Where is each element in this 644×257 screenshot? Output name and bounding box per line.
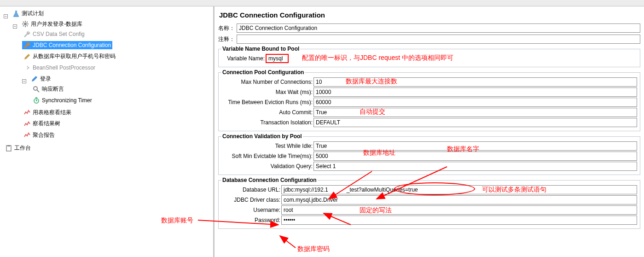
chart-icon [23,131,31,139]
tree-toggle[interactable]: − [22,79,26,83]
user-label: Username: [221,207,281,213]
softmin-label: Soft Min Evictable Idle Time(ms): [221,153,313,159]
tree-item-csv[interactable]: CSV Data Set Config [22,30,86,38]
tree-label: CSV Data Set Config [33,31,85,37]
pwd-label: Password: [221,217,281,223]
tree-label: 从数据库中获取用户手机号和密码 [33,53,116,60]
comment-input[interactable] [237,35,640,44]
comment-label: 注释： [218,35,237,43]
evict-label: Time Between Eviction Runs (ms): [221,99,313,105]
annotation-var: 配置的唯一标识，与JDBC request 中的选项相同即可 [302,54,453,62]
var-name-label: Variable Name: [221,55,266,62]
tree-toggle[interactable]: − [13,24,17,29]
validquery-label: Validation Query: [221,163,313,169]
tree-label: 察看结果树 [33,120,60,128]
tree-label: Synchronizing Timer [42,97,92,104]
tree-item-dbquery[interactable]: 从数据库中获取用户手机号和密码 [22,52,117,61]
config-panel: JDBC Connection Configuration 名称： 注释： Va… [215,6,644,257]
evict-input[interactable] [313,98,637,107]
tree-item-assert[interactable]: 响应断言 [31,85,65,93]
tree-item-jdbc[interactable]: JDBC Connection Configuration [22,41,112,49]
tree-label: BeanShell PostProcessor [33,64,95,71]
tree-label: 响应断言 [42,85,64,93]
wrench-icon [23,41,31,49]
tree-label: 登录 [40,75,51,83]
chart-icon [23,120,31,128]
tree-item-tree-result[interactable]: 察看结果树 [22,119,62,128]
panel-title: JDBC Connection Configuration [219,11,640,19]
tree-panel: − 测试计划 − 用户并发登录-数据库 [0,6,215,257]
autocommit-input[interactable] [313,108,637,117]
tree-item-sync[interactable]: Synchronizing Timer [31,96,93,105]
tree-item-table-result[interactable]: 用表格察看结果 [22,108,73,117]
valid-legend: Connection Validation by Pool [221,133,303,140]
tree-label: 用户并发登录-数据库 [31,20,82,28]
arrow-icon [23,64,31,71]
tree-workbench[interactable]: 工作台 [4,144,32,152]
db-conn-fieldset: Database Connection Configuration Databa… [218,177,640,229]
svg-rect-4 [7,145,10,146]
dburl-label: Database URL: [221,187,281,193]
toolbar [0,0,644,6]
svg-point-1 [34,87,37,90]
clipboard-icon [5,145,12,152]
tree-label: 测试计划 [22,10,44,18]
var-legend: Variable Name Bound to Pool [221,46,300,52]
name-input[interactable] [237,23,640,33]
tree-group-item[interactable]: 用户并发登录-数据库 [20,20,84,29]
tree-label: 聚合报告 [33,131,55,139]
tree-item-login[interactable]: 登录 [29,75,52,83]
dburl-input[interactable] [281,185,637,194]
tree-label: 工作台 [14,144,31,152]
tree-item-aggregate[interactable]: 聚合报告 [22,131,56,140]
chart-icon [23,109,31,116]
softmin-input[interactable] [313,152,637,161]
driver-label: JDBC Driver class: [221,197,281,203]
driver-input[interactable] [281,195,637,204]
maxconn-label: Max Number of Connections: [221,79,313,85]
testidle-input[interactable] [313,141,637,151]
txiso-label: Transaction Isolation: [221,119,313,126]
pool-fieldset: Connection Pool Configuration Max Number… [218,69,640,131]
flask-icon [12,10,20,18]
svg-line-8 [280,236,296,248]
variable-name-input[interactable] [266,54,289,63]
maxwait-input[interactable] [313,88,637,97]
maxwait-label: Max Wait (ms): [221,89,313,95]
tree-root-item[interactable]: 测试计划 [11,9,45,18]
pencil-icon [23,53,31,60]
var-name-fieldset: Variable Name Bound to Pool Variable Nam… [218,46,640,67]
validation-fieldset: Connection Validation by Pool Test While… [218,133,640,175]
pencil-icon [31,75,38,82]
pool-legend: Connection Pool Configuration [221,69,305,76]
wrench-icon [23,30,31,38]
db-legend: Database Connection Configuration [221,177,318,183]
annotation-pwd: 数据库密码 [297,245,330,253]
validquery-input[interactable] [313,162,637,171]
maxconn-input[interactable] [313,77,637,87]
user-input[interactable] [281,205,637,215]
tree-label: JDBC Connection Configuration [33,42,111,48]
txiso-input[interactable] [313,118,637,127]
name-label: 名称： [218,24,237,32]
svg-point-0 [24,23,27,25]
search-icon [33,86,40,93]
gear-icon [22,20,29,28]
tree-toggle[interactable]: − [4,14,8,18]
timer-icon [33,97,40,104]
autocommit-label: Auto Commit: [221,109,313,116]
pwd-input[interactable] [281,216,637,225]
tree-label: 用表格察看结果 [33,109,71,117]
tree-item-beanshell[interactable]: BeanShell PostProcessor [22,64,97,72]
testidle-label: Test While Idle: [221,143,313,149]
